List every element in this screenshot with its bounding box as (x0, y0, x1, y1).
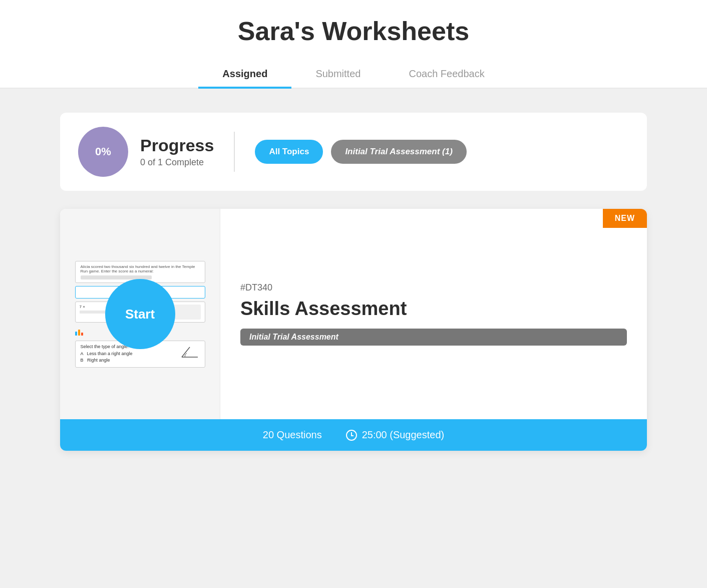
mini-bars (75, 328, 83, 336)
footer-questions: 20 Questions (263, 429, 322, 441)
progress-percent: 0% (95, 145, 111, 158)
timer-icon (346, 430, 357, 441)
content-area: 0% Progress 0 of 1 Complete All Topics I… (0, 89, 707, 475)
tab-submitted[interactable]: Submitted (291, 61, 385, 89)
tab-coach-feedback[interactable]: Coach Feedback (385, 61, 508, 89)
card-title: Skills Assessment (240, 298, 627, 320)
card-body: Alicia scored two thousand six hundred a… (60, 209, 647, 419)
progress-circle: 0% (78, 127, 128, 177)
page-title: Sara's Worksheets (0, 16, 707, 46)
card-topic-tag: Initial Trial Assessment (240, 329, 627, 346)
tab-assigned[interactable]: Assigned (198, 61, 291, 89)
filter-buttons: All Topics Initial Trial Assessment (1) (255, 140, 466, 164)
progress-info: Progress 0 of 1 Complete (140, 136, 214, 168)
start-button[interactable]: Start (105, 279, 175, 349)
card-code: #DT340 (240, 282, 627, 293)
filter-initial-trial[interactable]: Initial Trial Assessment (1) (331, 140, 466, 164)
angle-svg (180, 344, 200, 359)
progress-detail: 0 of 1 Complete (140, 157, 214, 168)
divider (234, 132, 235, 172)
progress-filter-row: 0% Progress 0 of 1 Complete All Topics I… (60, 113, 647, 191)
footer-time: 25:00 (Suggested) (346, 429, 445, 441)
card-info: NEW #DT340 Skills Assessment Initial Tri… (220, 209, 647, 419)
card-footer: 20 Questions 25:00 (Suggested) (60, 419, 647, 451)
tabs-container: Assigned Submitted Coach Feedback (0, 60, 707, 88)
filter-all-topics[interactable]: All Topics (255, 140, 323, 164)
worksheet-card: Alicia scored two thousand six hundred a… (60, 209, 647, 451)
progress-label: Progress (140, 136, 214, 155)
header: Sara's Worksheets Assigned Submitted Coa… (0, 0, 707, 89)
card-preview: Alicia scored two thousand six hundred a… (60, 209, 220, 419)
new-badge: NEW (603, 209, 647, 228)
svg-line-1 (182, 347, 190, 357)
